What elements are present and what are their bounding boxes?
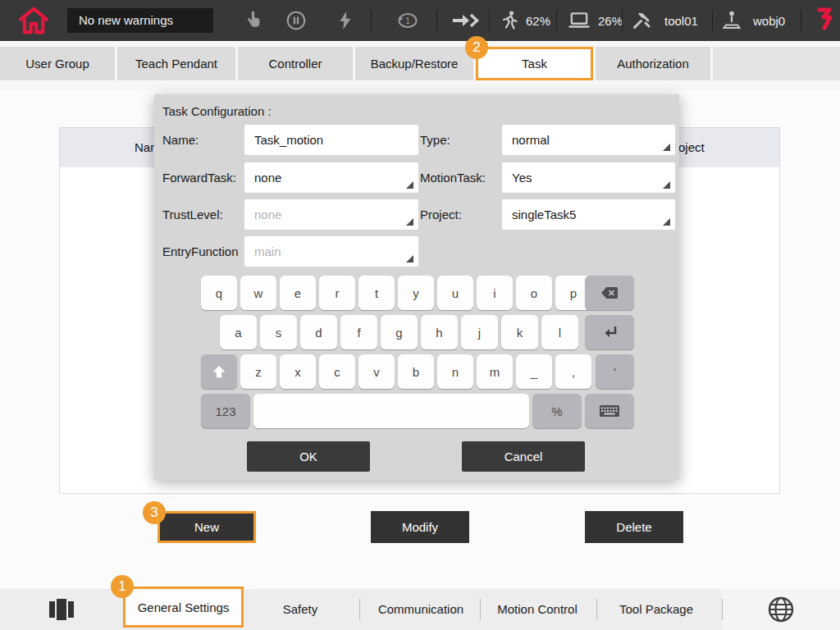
type-select[interactable]: normal xyxy=(502,125,675,155)
tab-teach-pendant[interactable]: Teach Pendant xyxy=(117,47,235,80)
nav-safety[interactable]: Safety xyxy=(267,589,333,630)
tab-bar-filler xyxy=(713,47,840,80)
hand-pointer-icon[interactable] xyxy=(243,10,264,31)
chevron-down-icon xyxy=(663,218,670,226)
keyboard-key-x[interactable]: x xyxy=(280,354,316,389)
divider xyxy=(622,10,623,31)
system-value: 26% xyxy=(598,14,623,28)
hide-keyboard-icon xyxy=(599,404,620,418)
ok-button[interactable]: OK xyxy=(247,441,370,472)
modify-button[interactable]: Modify xyxy=(371,511,469,543)
tab-task[interactable]: Task xyxy=(476,47,593,80)
keyboard-key-q[interactable]: q xyxy=(201,276,237,310)
enter-key[interactable] xyxy=(585,315,634,349)
forwardtask-value: none xyxy=(254,171,281,185)
keyboard-key-w[interactable]: w xyxy=(240,276,276,310)
keyboard-key-l[interactable]: l xyxy=(541,315,578,349)
tool-status[interactable]: tool01 xyxy=(632,0,698,41)
nav-general-settings[interactable]: General Settings xyxy=(123,587,244,628)
backspace-icon xyxy=(600,285,619,301)
tools-icon xyxy=(632,11,651,30)
chevron-down-icon xyxy=(663,144,670,151)
keyboard-key-e[interactable]: e xyxy=(280,276,316,310)
keyboard-key-f[interactable]: f xyxy=(340,315,377,349)
keyboard-key-d[interactable]: d xyxy=(300,315,337,349)
pause-circle-icon[interactable] xyxy=(285,10,307,31)
chevron-down-icon xyxy=(406,218,413,226)
system-status[interactable]: 26% xyxy=(568,0,623,41)
divider xyxy=(359,599,360,620)
entryfunction-label: EntryFunction xyxy=(162,236,239,267)
globe-icon[interactable] xyxy=(767,596,795,623)
svg-text:1: 1 xyxy=(405,16,410,25)
type-value: normal xyxy=(512,133,550,147)
keyboard-key-g[interactable]: g xyxy=(381,315,418,349)
trustlevel-select[interactable]: none xyxy=(244,199,418,230)
keyboard-key-h[interactable]: h xyxy=(421,315,458,349)
backspace-key[interactable] xyxy=(585,276,634,310)
home-icon[interactable] xyxy=(16,4,51,37)
keyboard-key-v[interactable]: v xyxy=(358,354,395,389)
numeric-layout-key[interactable]: 123 xyxy=(201,394,250,428)
keyboard-key-o[interactable]: o xyxy=(516,276,552,310)
step-badge-1: 1 xyxy=(111,575,134,598)
keyboard-key-a[interactable]: a xyxy=(220,315,257,349)
space-key[interactable] xyxy=(253,394,529,428)
shift-key[interactable] xyxy=(201,354,237,389)
keyboard-key-n[interactable]: n xyxy=(437,354,473,389)
keyboard-key-_[interactable]: _ xyxy=(516,354,552,389)
entryfunction-select[interactable]: main xyxy=(244,236,418,267)
keyboard-key-j[interactable]: j xyxy=(461,315,498,349)
delete-button[interactable]: Delete xyxy=(585,511,683,543)
new-button[interactable]: New xyxy=(158,511,256,543)
speed-status[interactable]: 62% xyxy=(500,0,550,41)
tab-user-group[interactable]: User Group xyxy=(0,47,115,80)
motiontask-value: Yes xyxy=(512,171,532,185)
project-select[interactable]: singleTask5 xyxy=(502,199,675,230)
tab-backup-restore[interactable]: Backup/Restore xyxy=(355,47,473,80)
tab-controller[interactable]: Controller xyxy=(238,47,353,80)
tool-value: tool01 xyxy=(664,14,698,28)
keyboard-key-b[interactable]: b xyxy=(398,354,434,389)
columns-icon[interactable] xyxy=(48,597,75,622)
percent-key[interactable]: % xyxy=(532,394,582,428)
warning-message-box[interactable]: No new warnings xyxy=(67,8,213,33)
joystick-icon xyxy=(722,10,742,31)
divider xyxy=(556,10,557,31)
chevron-down-icon xyxy=(406,255,413,262)
keyboard-key-,[interactable]: , xyxy=(555,354,591,389)
keyboard-key-t[interactable]: t xyxy=(358,276,395,310)
type-label: Type: xyxy=(420,125,450,155)
keyboard-key-y[interactable]: y xyxy=(398,276,434,310)
lightning-icon[interactable] xyxy=(336,11,354,30)
task-configuration-dialog: Task Configuration : Name: Task_motion T… xyxy=(154,94,679,480)
enter-icon xyxy=(600,324,619,340)
keyboard-key-i[interactable]: i xyxy=(477,276,513,310)
cancel-button[interactable]: Cancel xyxy=(462,441,585,472)
nav-tool-package[interactable]: Tool Package xyxy=(599,589,714,630)
forwardtask-label: ForwardTask: xyxy=(162,162,236,193)
loop-once-icon[interactable]: 1 xyxy=(395,11,420,30)
keyboard-key-u[interactable]: u xyxy=(437,276,473,310)
keyboard-key-c[interactable]: c xyxy=(319,354,355,389)
keyboard-key-k[interactable]: k xyxy=(501,315,538,349)
divider xyxy=(489,10,490,31)
divider xyxy=(596,599,597,620)
hide-keyboard-key[interactable] xyxy=(585,394,634,428)
tab-authorization[interactable]: Authorization xyxy=(596,47,710,80)
keyboard-key-m[interactable]: m xyxy=(477,354,513,389)
trustlevel-value: none xyxy=(254,208,281,221)
keyboard-key-s[interactable]: s xyxy=(260,315,297,349)
nav-communication[interactable]: Communication xyxy=(361,589,481,630)
nav-motion-control[interactable]: Motion Control xyxy=(481,589,594,630)
step-badge-3: 3 xyxy=(143,501,166,524)
forwardtask-select[interactable]: none xyxy=(244,162,418,193)
name-input[interactable]: Task_motion xyxy=(244,125,418,155)
keyboard-key-z[interactable]: z xyxy=(240,354,276,389)
step-forward-icon[interactable] xyxy=(451,11,481,30)
keyboard-key-r[interactable]: r xyxy=(319,276,355,310)
laptop-icon xyxy=(568,11,591,30)
motiontask-select[interactable]: Yes xyxy=(502,162,675,193)
workobject-status[interactable]: wobj0 xyxy=(722,0,785,41)
apostrophe-key[interactable]: ' xyxy=(596,354,634,389)
